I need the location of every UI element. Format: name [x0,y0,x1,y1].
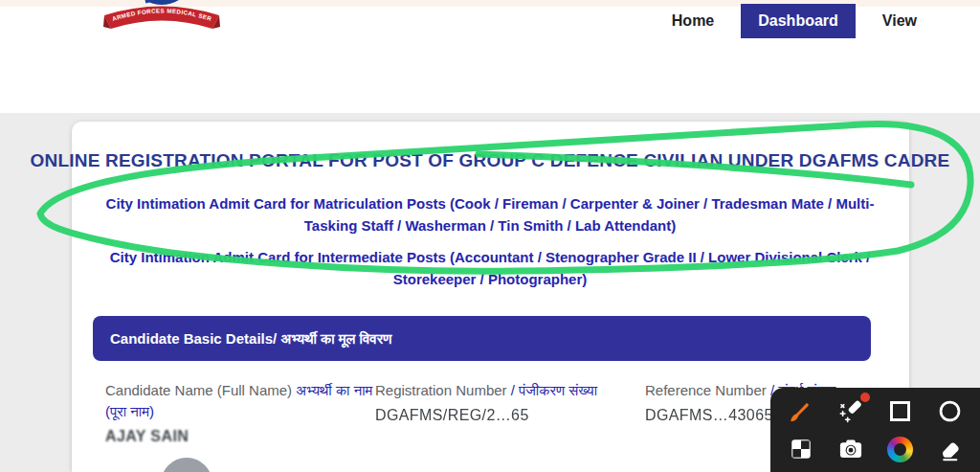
field-candidate-name: Candidate Name (Full Name) अभ्यर्थी का न… [105,380,375,445]
admit-link-intermediate[interactable]: City Intimation Admit Card for Intermedi… [88,246,892,290]
admit-link-matriculation[interactable]: City Intimation Admit Card for Matricula… [88,192,892,236]
top-nav: Home Dashboard View [672,4,917,38]
nav-home[interactable]: Home [672,4,714,38]
ellipse-tool-icon[interactable] [933,394,966,427]
afms-logo: ARMED FORCES MEDICAL SERVICES [101,0,222,38]
section-header-candidate-basic-details: Candidate Basic Details/ अभ्यर्थी का मूल… [93,316,871,361]
nav-dashboard[interactable]: Dashboard [741,4,856,38]
camera-tool-icon[interactable] [835,433,867,465]
field-registration-number: Registration Number / पंजीकरण संख्या DGA… [375,380,645,445]
eraser-tool-icon[interactable] [933,433,966,465]
shapes-checker-tool-icon[interactable] [785,433,817,465]
red-dot-badge [860,393,870,402]
nav-view[interactable]: View [882,4,917,38]
header: ARMED FORCES MEDICAL SERVICES Home Dashb… [0,0,980,113]
color-wheel-tool-icon[interactable] [883,433,916,465]
brush-tool-icon[interactable] [785,394,817,427]
field-label: Registration Number / पंजीकरण संख्या [375,380,645,401]
admit-card-links: City Intimation Admit Card for Matricula… [88,192,892,300]
registration-number-value: DGAFMS/REG/2…65 [375,407,645,424]
afms-emblem-icon: ARMED FORCES MEDICAL SERVICES [101,0,222,38]
magic-pen-tool-icon[interactable] [835,394,867,427]
rectangle-tool-icon[interactable] [883,394,916,427]
page-title: ONLINE REGISTRATION PORTAL FOR POST OF G… [0,150,980,171]
candidate-name-value: AJAY SAIN [105,428,375,445]
field-label: Candidate Name (Full Name) अभ्यर्थी का न… [105,380,375,422]
annotation-toolbar [770,388,980,472]
